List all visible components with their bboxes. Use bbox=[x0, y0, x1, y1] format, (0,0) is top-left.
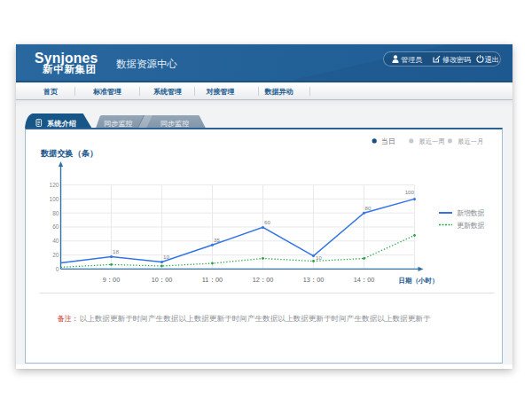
svg-text:以上数据更新于时间产生数据以上数据更新于时间产生数据以上数据: 以上数据更新于时间产生数据以上数据更新于时间产生数据以上数据更新于时间产生数据以… bbox=[79, 314, 431, 323]
svg-text:12：00: 12：00 bbox=[252, 276, 273, 284]
svg-text:60: 60 bbox=[264, 219, 270, 225]
svg-text:11：00: 11：00 bbox=[201, 276, 223, 284]
svg-text:最近一月: 最近一月 bbox=[458, 137, 483, 145]
svg-text:10: 10 bbox=[316, 254, 322, 261]
svg-text:35: 35 bbox=[214, 237, 220, 243]
svg-text:日期（小时）: 日期（小时） bbox=[398, 277, 438, 285]
svg-text:100: 100 bbox=[49, 196, 59, 202]
svg-text:10：00: 10：00 bbox=[151, 276, 172, 284]
svg-text:备注：: 备注： bbox=[57, 314, 78, 323]
svg-text:20: 20 bbox=[52, 252, 59, 258]
svg-text:最近一周: 最近一周 bbox=[419, 137, 444, 145]
svg-text:更新数据: 更新数据 bbox=[457, 222, 484, 230]
svg-text:10: 10 bbox=[163, 254, 169, 260]
svg-text:9：00: 9：00 bbox=[102, 276, 120, 284]
svg-text:18: 18 bbox=[113, 248, 119, 254]
svg-text:新增数据: 新增数据 bbox=[457, 209, 484, 217]
svg-text:当日: 当日 bbox=[381, 137, 395, 145]
svg-text:60: 60 bbox=[52, 223, 59, 230]
svg-text:80: 80 bbox=[52, 210, 59, 216]
svg-text:80: 80 bbox=[364, 205, 371, 211]
svg-text:13：00: 13：00 bbox=[302, 276, 324, 284]
svg-text:14：00: 14：00 bbox=[353, 276, 374, 284]
svg-text:100: 100 bbox=[404, 189, 414, 195]
svg-text:数据交换（条）: 数据交换（条） bbox=[40, 148, 98, 158]
svg-text:40: 40 bbox=[52, 238, 59, 244]
svg-text:120: 120 bbox=[49, 182, 59, 188]
svg-text:0: 0 bbox=[55, 266, 59, 272]
